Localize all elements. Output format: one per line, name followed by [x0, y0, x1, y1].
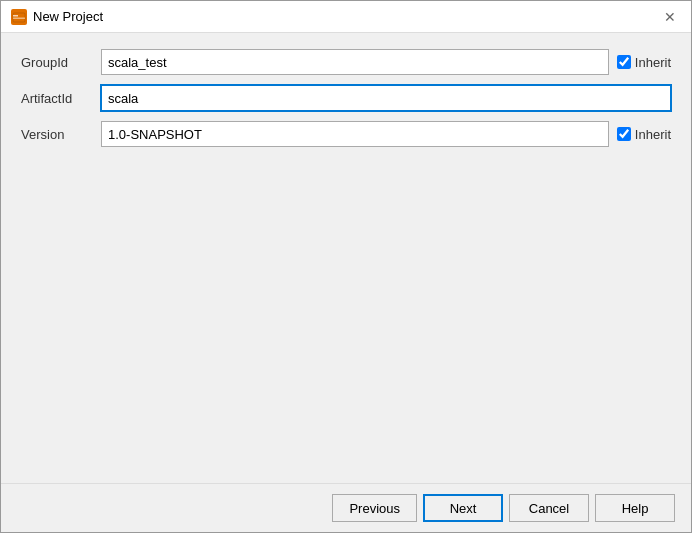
groupid-inherit-checkbox[interactable] [617, 55, 631, 69]
version-inherit-container: Inherit [617, 127, 671, 142]
version-inherit-checkbox[interactable] [617, 127, 631, 141]
button-bar: Previous Next Cancel Help [1, 483, 691, 532]
dialog-icon [11, 9, 27, 25]
project-icon [12, 10, 26, 24]
artifactid-row: ArtifactId [21, 85, 671, 111]
previous-button[interactable]: Previous [332, 494, 417, 522]
artifactid-label: ArtifactId [21, 91, 101, 106]
groupid-inherit-container: Inherit [617, 55, 671, 70]
cancel-button[interactable]: Cancel [509, 494, 589, 522]
groupid-inherit-label: Inherit [635, 55, 671, 70]
version-input[interactable] [101, 121, 609, 147]
artifactid-input[interactable] [101, 85, 671, 111]
version-row: Version Inherit [21, 121, 671, 147]
groupid-input[interactable] [101, 49, 609, 75]
groupid-label: GroupId [21, 55, 101, 70]
groupid-row: GroupId Inherit [21, 49, 671, 75]
dialog-title: New Project [33, 9, 103, 24]
new-project-dialog: New Project ✕ GroupId Inherit ArtifactId… [0, 0, 692, 533]
version-inherit-label: Inherit [635, 127, 671, 142]
version-label: Version [21, 127, 101, 142]
title-bar: New Project ✕ [1, 1, 691, 33]
help-button[interactable]: Help [595, 494, 675, 522]
content-spacer [21, 157, 671, 467]
svg-rect-1 [13, 15, 18, 17]
form-content: GroupId Inherit ArtifactId Version Inher… [1, 33, 691, 483]
svg-rect-2 [13, 17, 25, 19]
title-bar-left: New Project [11, 9, 103, 25]
close-button[interactable]: ✕ [659, 6, 681, 28]
next-button[interactable]: Next [423, 494, 503, 522]
